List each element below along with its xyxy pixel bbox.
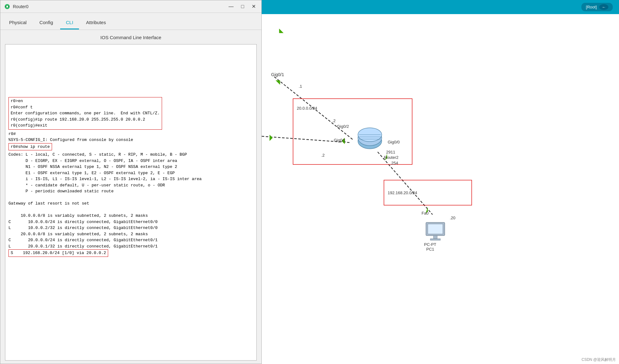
svg-text:PC1: PC1 bbox=[426, 247, 434, 252]
root-badge: [Root] ← bbox=[581, 3, 613, 11]
section-title: IOS Command Line Interface bbox=[5, 33, 257, 42]
close-button[interactable]: ✕ bbox=[250, 3, 258, 10]
top-bar: [Root] ← bbox=[262, 0, 619, 14]
router-icon bbox=[4, 3, 10, 10]
cli-text-2: Codes: L - local, C - connected, S - sta… bbox=[8, 152, 253, 249]
svg-text:.2: .2 bbox=[332, 118, 336, 123]
svg-text:2911: 2911 bbox=[386, 150, 395, 154]
minimize-button[interactable]: — bbox=[227, 3, 235, 10]
config-block: r0>en r0#conf t Enter configuration comm… bbox=[8, 97, 162, 130]
svg-marker-6 bbox=[277, 29, 283, 35]
svg-text:.20: .20 bbox=[450, 216, 455, 220]
svg-text:Gig0/2: Gig0/2 bbox=[337, 124, 349, 129]
svg-text:.254: .254 bbox=[390, 161, 398, 165]
window-title: Router0 bbox=[13, 4, 29, 9]
static-route-block: S 192.168.20.0/24 [1/0] via 20.0.0.2 bbox=[8, 249, 108, 257]
svg-text:20.0.0.0/24: 20.0.0.0/24 bbox=[297, 106, 317, 111]
cli-show-text: r0#show ip route bbox=[11, 144, 50, 150]
svg-rect-20 bbox=[428, 224, 443, 234]
svg-rect-22 bbox=[430, 239, 440, 240]
svg-text:Router2: Router2 bbox=[384, 155, 398, 160]
svg-text:.2: .2 bbox=[321, 153, 325, 158]
back-icon[interactable]: ← bbox=[599, 4, 608, 10]
root-label: [Root] bbox=[586, 5, 597, 9]
svg-text:Gig0/1: Gig0/1 bbox=[334, 138, 346, 143]
cli-config-text: r0>en r0#conf t Enter configuration comm… bbox=[11, 98, 160, 129]
network-panel: [Root] ← bbox=[262, 0, 619, 364]
svg-marker-5 bbox=[275, 78, 282, 85]
svg-marker-7 bbox=[270, 135, 273, 141]
tab-cli[interactable]: CLI bbox=[60, 16, 79, 29]
show-route-block: r0#show ip route bbox=[8, 143, 52, 151]
svg-text:192.168.20.0/24: 192.168.20.0/24 bbox=[388, 190, 417, 195]
title-bar: Router0 — □ ✕ bbox=[0, 0, 261, 13]
network-canvas: Gig0/1 .1 20.0.0.0/24 .2 Gig0/2 Gig0/1 .… bbox=[262, 14, 619, 364]
tab-config[interactable]: Config bbox=[34, 16, 59, 29]
network-svg: Gig0/1 .1 20.0.0.0/24 .2 Gig0/2 Gig0/1 .… bbox=[262, 14, 619, 364]
svg-text:Gig0/1: Gig0/1 bbox=[271, 72, 284, 77]
cli-text-1: r0# %SYS-5-CONFIG_I: Configured from con… bbox=[8, 131, 253, 143]
tabs-bar: Physical Config CLI Attributes bbox=[0, 13, 261, 30]
router-window: Router0 — □ ✕ Physical Config CLI Attrib… bbox=[0, 0, 262, 364]
content-area: IOS Command Line Interface r0>en r0#conf… bbox=[0, 30, 261, 364]
maximize-button[interactable]: □ bbox=[239, 3, 246, 10]
svg-point-1 bbox=[6, 6, 8, 8]
watermark: CSDN @迎风解明月 bbox=[581, 357, 616, 362]
title-bar-controls: — □ ✕ bbox=[227, 3, 258, 10]
svg-rect-21 bbox=[433, 236, 437, 239]
title-bar-left: Router0 bbox=[4, 3, 29, 10]
svg-text:.1: .1 bbox=[299, 84, 302, 89]
svg-text:Gig0/0: Gig0/0 bbox=[388, 140, 400, 144]
cli-terminal[interactable]: r0>en r0#conf t Enter configuration comm… bbox=[5, 44, 257, 361]
svg-text:Fa0: Fa0 bbox=[422, 211, 428, 216]
svg-text:PC-PT: PC-PT bbox=[424, 242, 436, 247]
tab-physical[interactable]: Physical bbox=[3, 16, 32, 29]
tab-attributes[interactable]: Attributes bbox=[81, 16, 112, 29]
cli-static-route: S 192.168.20.0/24 [1/0] via 20.0.0.2 bbox=[11, 250, 106, 256]
